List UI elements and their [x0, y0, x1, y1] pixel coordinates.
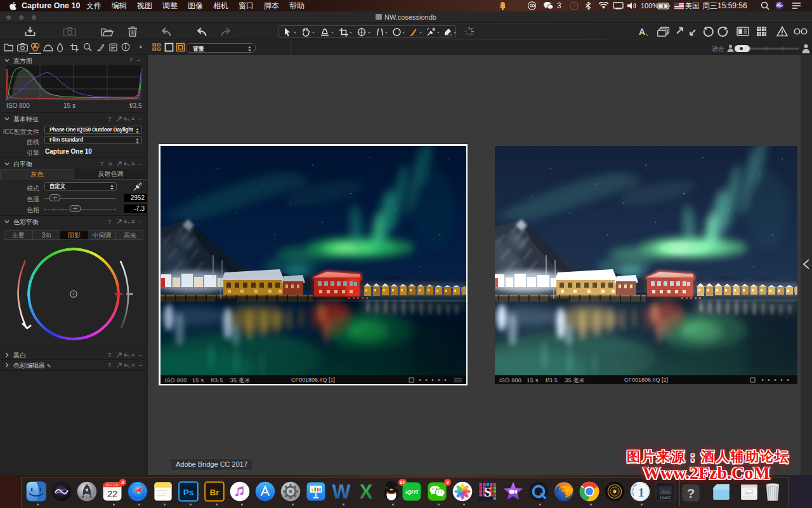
svg-text:iQIYI: iQIYI — [405, 489, 418, 495]
svg-text:S: S — [484, 485, 491, 499]
svg-text:Ps: Ps — [183, 488, 194, 497]
svg-text:W: W — [332, 481, 351, 502]
svg-text:A: A — [639, 27, 645, 37]
svg-text:Br: Br — [209, 488, 219, 497]
svg-text:LiveC: LiveC — [660, 495, 671, 500]
svg-text:22: 22 — [107, 489, 117, 499]
svg-text:?: ? — [687, 486, 695, 500]
svg-text:1: 1 — [638, 486, 644, 499]
svg-text:X: X — [360, 481, 373, 502]
svg-text:WeC: WeC — [746, 491, 752, 495]
